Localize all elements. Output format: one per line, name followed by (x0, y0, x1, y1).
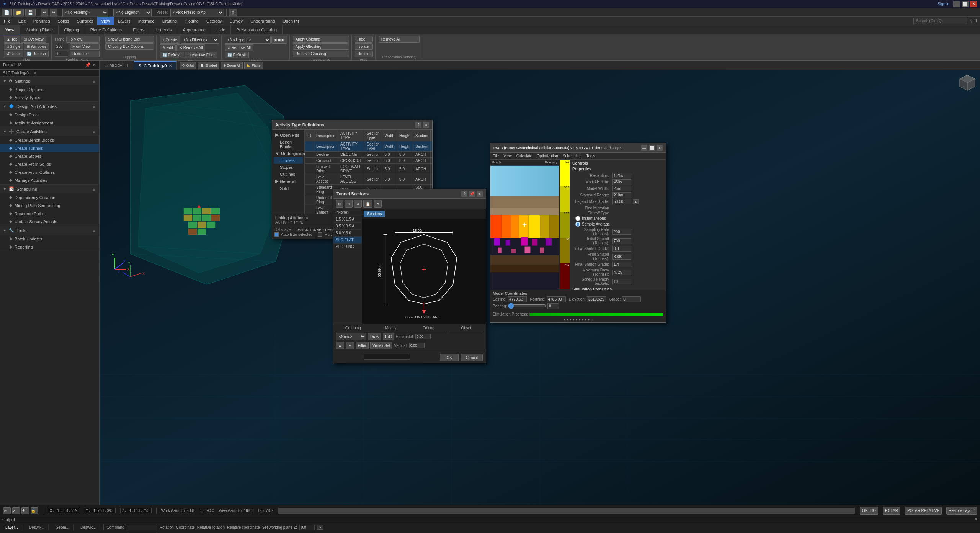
psca-final-shutoff-input[interactable] (612, 254, 631, 260)
refresh-filter-btn[interactable]: 🔄 Refresh (160, 52, 184, 58)
ts-item-slc-flat[interactable]: SLC-FLAT (333, 237, 362, 244)
edit-filter-btn[interactable]: ✎ Edit (160, 44, 176, 51)
psca-initial-shutoff-input[interactable] (612, 238, 631, 244)
refresh-legend-btn[interactable]: 🔄 Refresh (225, 52, 249, 58)
legend-select[interactable]: <No Legend> (113, 9, 152, 16)
psca-grade2-input[interactable] (622, 296, 641, 302)
atd-general-group[interactable]: ▶ General (274, 178, 303, 185)
plane-btn[interactable]: 📐 Plane (244, 62, 263, 69)
ts-v-input[interactable] (409, 343, 425, 348)
atd-stopes-item[interactable]: Stopes (274, 164, 303, 171)
sidebar-item-design-tools[interactable]: ◆ Design Tools (0, 111, 99, 119)
recenter-btn[interactable]: Recenter (70, 51, 100, 57)
sidebar-item-create-bench-blocks[interactable]: ◆ Create Bench Blocks (0, 136, 99, 144)
ts-move-down-btn[interactable]: ▼ (346, 342, 354, 349)
atd-table-row[interactable]: DescriptionACTIVITY TYPESection TypeWidt… (305, 141, 433, 152)
reset-btn[interactable]: ↺ Reset (4, 51, 23, 57)
ts-filter-btn[interactable]: Filter (356, 342, 369, 349)
multiselect-checkbox[interactable] (318, 232, 322, 237)
create-filter-btn[interactable]: + Create (160, 36, 180, 44)
restore-layout-btn[interactable]: Restore Layout (946, 507, 977, 515)
polar-relative-btn[interactable]: POLAR RELATIVE (905, 507, 942, 515)
output-tab-geom[interactable]: Geom... (52, 524, 74, 531)
tab-slc-training[interactable]: SLC Training-0 (0, 70, 32, 76)
psca-elevation-input[interactable] (587, 296, 606, 302)
ts-h-input[interactable] (415, 334, 431, 339)
add-tab-btn[interactable]: + (126, 62, 129, 68)
model-tab[interactable]: ▭ MODEL + (100, 61, 134, 70)
atd-table-row[interactable]: Level AccessLEVEL ACCESSSection5.05.0ARC… (305, 174, 433, 185)
psca-standard-range-input[interactable] (612, 192, 631, 198)
ribbon-tab-view[interactable]: View (0, 25, 20, 34)
sidebar-item-activity-types[interactable]: ◆ Activity Types (0, 93, 99, 101)
psca-close-btn[interactable]: ✕ (657, 145, 663, 151)
refresh-btn[interactable]: 🔄 Refresh (24, 51, 49, 57)
sidebar-item-batch-updates[interactable]: ◆ Batch Updates (0, 235, 99, 243)
psca-bearing-input[interactable] (508, 303, 546, 309)
atd-help-btn[interactable]: ? (415, 122, 421, 128)
ts-item-none[interactable]: <None> (333, 209, 362, 216)
sidebar-item-create-from-outlines[interactable]: ◆ Create From Outlines (0, 168, 99, 176)
sign-in-btn[interactable]: Sign in (935, 2, 952, 6)
psca-menu-optimization[interactable]: Optimization (534, 153, 560, 159)
zoom2-input[interactable] (55, 51, 68, 57)
sidebar-item-attribute-assignment[interactable]: ◆ Attribute Assignment (0, 119, 99, 127)
ts-toolbar-btn2[interactable]: ✎ (345, 200, 353, 208)
ortho-btn[interactable]: ORTHO (860, 507, 878, 515)
status-tool-1[interactable]: ⊕ (3, 507, 11, 514)
z-stepper-up[interactable]: ▲ (317, 525, 323, 530)
slc-training-tab[interactable]: SLC Training-0 ✕ (134, 61, 177, 70)
ts-toolbar-btn5[interactable]: ✕ (374, 200, 382, 208)
ts-search-input[interactable] (364, 354, 410, 360)
menu-underground[interactable]: Underground (247, 17, 279, 25)
ribbon-tab-clipping[interactable]: Clipping (59, 25, 85, 34)
ts-close-btn[interactable]: ✕ (477, 191, 483, 197)
psca-menu-view[interactable]: View (501, 153, 514, 159)
apply-ghosting-btn[interactable]: Apply Ghosting (293, 43, 349, 50)
ts-edit-btn[interactable]: Edit (383, 333, 394, 340)
sidebar-item-manage-activities[interactable]: ◆ Manage Activities (0, 176, 99, 184)
ts-item-3[interactable]: 5.0 X 5.0 (333, 230, 362, 237)
atd-table-row[interactable]: DeclineDECLINESection5.05.0ARCHLengths (305, 152, 433, 158)
sidebar-close-btn[interactable]: ✕ (92, 62, 96, 68)
section-create-activities[interactable]: ▼ ➕ Create Activities ▲ (0, 127, 99, 136)
show-clipping-btn[interactable]: Show Clipping Box (105, 36, 154, 43)
preset-select[interactable]: <Pick Preset To Ap... (170, 9, 224, 16)
ts-cancel-btn[interactable]: Cancel (461, 354, 483, 361)
psca-initial-shutoff-grade-input[interactable] (612, 246, 631, 252)
atd-open-pits-group[interactable]: ▶ Open Pits (274, 131, 303, 139)
ts-grouping-select[interactable]: <None> (336, 333, 366, 340)
ribbon-tab-planedefs[interactable]: Plane Definitions (85, 25, 128, 34)
status-tool-2[interactable]: ↗ (12, 507, 20, 514)
psca-easting-input[interactable] (508, 296, 527, 302)
save-btn[interactable]: 💾 (25, 9, 36, 16)
redo-btn[interactable]: ↪ (50, 9, 57, 16)
section-tools[interactable]: ▼ 🔧 Tools ▲ (0, 226, 99, 235)
clipping-box-opts-btn[interactable]: Clipping Box Options (105, 43, 154, 50)
ts-dialog-header[interactable]: Tunnel Sections ? 📌 ✕ (333, 189, 486, 199)
atd-close-btn[interactable]: ✕ (423, 122, 429, 128)
menu-polylines[interactable]: Polylines (29, 17, 54, 25)
ts-vertex-set-btn[interactable]: Vertex Set (370, 342, 392, 349)
sidebar-item-create-tunnels[interactable]: ◆ Create Tunnels (0, 144, 99, 152)
menu-openpit[interactable]: Open Pit (279, 17, 303, 25)
shaded-btn[interactable]: 🔲 Shaded (198, 62, 219, 69)
unhide-btn[interactable]: Unhide (355, 51, 373, 57)
auto-filter-checkbox[interactable] (274, 232, 279, 237)
psca-schedule-empty-input[interactable] (612, 279, 631, 284)
windows-btn[interactable]: ⊞ Windows (24, 43, 49, 50)
ts-draw-btn[interactable]: Draw (368, 333, 381, 340)
psca-menu-calculate[interactable]: Calculate (514, 153, 535, 159)
ribbon-tab-hide[interactable]: Hide (211, 25, 231, 34)
menu-surfaces[interactable]: Surfaces (73, 17, 97, 25)
psca-dialog-header[interactable]: PSCA (Power Geotechnical Cellular Automa… (490, 143, 666, 153)
sidebar-pin-btn[interactable]: 📌 (85, 62, 91, 68)
polar-btn[interactable]: POLAR (883, 507, 900, 515)
maximize-btn[interactable]: ⬜ (962, 1, 969, 7)
atd-table-row[interactable]: CrosscutCROSSCUTSection5.05.0ARCHLengths (305, 158, 433, 164)
interactive-filter-btn[interactable]: Interactive Filter (185, 52, 217, 58)
menu-layers[interactable]: Layers (114, 17, 134, 25)
menu-solids[interactable]: Solids (54, 17, 73, 25)
ts-toolbar-btn4[interactable]: 📋 (363, 200, 372, 208)
remove-all-legend-btn[interactable]: ✕ Remove All (225, 44, 253, 51)
